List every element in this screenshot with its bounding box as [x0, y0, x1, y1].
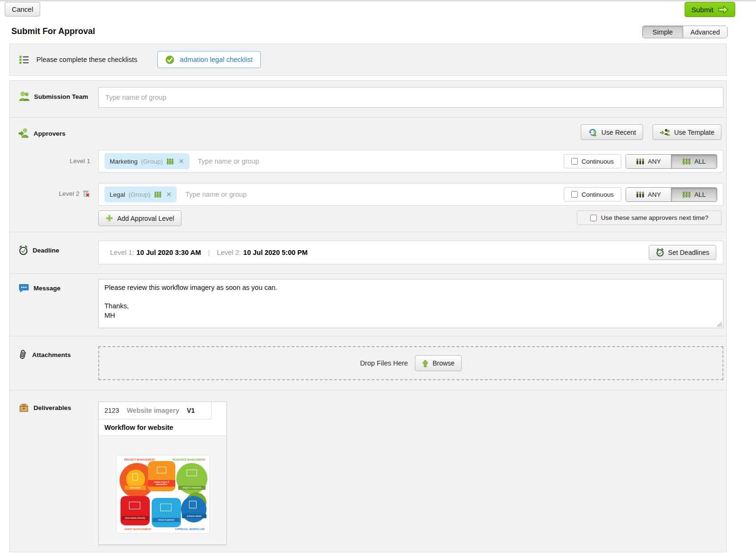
deliverables-label: Deliverables: [34, 404, 71, 411]
level-1-all-button[interactable]: ALL: [671, 155, 717, 168]
level-2-approvers-field: Legal (Group) ✕: [98, 183, 723, 206]
level-2-approver-input[interactable]: [177, 191, 563, 198]
all-label: ALL: [694, 191, 705, 198]
template-icon: [660, 128, 670, 137]
chip-remove-icon[interactable]: ✕: [179, 157, 184, 165]
tab-advanced[interactable]: Advanced: [683, 26, 727, 38]
chip-group-icon: [154, 192, 162, 198]
chat-icon: [18, 283, 29, 293]
thumb-drawer-icon: [129, 502, 140, 509]
all-people-icon: [682, 192, 691, 198]
approvers-label-group: Approvers: [18, 128, 66, 139]
thumb-label-project-management: PROJECT MANAGEMENT: [124, 458, 155, 461]
same-approvers-checkbox[interactable]: [590, 215, 597, 221]
deadline-divider: |: [208, 249, 210, 256]
deliverable-header-side-cell[interactable]: [211, 402, 226, 419]
cancel-button[interactable]: Cancel: [5, 2, 40, 17]
level-1-any-button[interactable]: ANY: [626, 155, 671, 168]
thumb-blob-red: [120, 496, 150, 525]
thumb-node-label: revise & approve: [153, 518, 180, 522]
level-2-any-button[interactable]: ANY: [626, 188, 671, 201]
submission-team-input[interactable]: [98, 87, 723, 108]
continuous-label: Continuous: [582, 158, 614, 165]
deliverables-row: Deliverables 2123 Website imagery V1 Wor…: [10, 391, 726, 552]
level-2-any-all-toggle: ANY ALL: [626, 187, 717, 202]
add-approval-level-label: Add Approval Level: [117, 215, 174, 222]
level-1-approver-input[interactable]: [189, 157, 564, 165]
tab-simple[interactable]: Simple: [643, 26, 683, 38]
approver-chip-legal[interactable]: Legal (Group) ✕: [104, 186, 177, 202]
deadline-label: Deadline: [33, 247, 59, 254]
submit-button-label: Submit: [691, 6, 713, 14]
chip-type: (Group): [141, 158, 163, 165]
upload-arrow-icon: [422, 359, 429, 367]
deadline-level-1-label: Level 1:: [110, 249, 134, 256]
chip-remove-icon[interactable]: ✕: [166, 191, 172, 198]
level-2-all-button[interactable]: ALL: [671, 188, 717, 201]
all-people-icon: [682, 158, 691, 165]
approval-form: Submission Team Approvers: [9, 80, 727, 552]
file-dropzone[interactable]: Drop Files Here Browse: [98, 346, 723, 380]
thumb-node-label: assign to resources: [178, 486, 206, 490]
legal-checklist-label: admation legal checklist: [180, 56, 253, 63]
browse-button[interactable]: Browse: [415, 355, 462, 371]
submit-for-approval-page: Cancel Submit Submit For Approval Simple…: [0, 0, 756, 558]
mode-toggle: Simple Advanced: [642, 26, 728, 38]
alarm-clock-icon: [18, 245, 28, 255]
same-approvers-option: Use these same approvers next time?: [577, 210, 722, 225]
chip-group-icon: [166, 158, 174, 165]
use-recent-button[interactable]: Use Recent: [581, 124, 643, 140]
any-people-icon: [636, 192, 644, 198]
deliverable-card[interactable]: 2123 Website imagery V1 Workflow for web…: [98, 401, 227, 545]
package-icon: [18, 403, 29, 412]
thumb-label-approval-workflow: APPROVAL WORKFLOW: [175, 528, 205, 531]
delete-level-icon[interactable]: [82, 190, 90, 198]
deliverable-header-main: 2123 Website imagery V1: [99, 402, 211, 419]
deliverable-header: 2123 Website imagery V1: [99, 402, 226, 419]
message-textarea[interactable]: Please review this workflow imagery as s…: [98, 279, 723, 328]
page-title: Submit For Approval: [11, 26, 95, 36]
attachments-label-group: Attachments: [18, 349, 71, 360]
thumb-brief-doc-icon: [132, 473, 138, 480]
level-2-label: Level 2: [14, 190, 90, 198]
paperclip-icon: [18, 349, 28, 360]
level-2-continuous: Continuous: [564, 187, 621, 201]
set-deadlines-label: Set Deadlines: [668, 249, 709, 256]
thumb-screens-icon: [160, 504, 172, 511]
level-1-any-all-toggle: ANY ALL: [626, 154, 717, 169]
thumb-blob-amber: [148, 461, 175, 491]
all-label: ALL: [694, 158, 705, 165]
level-1-approvers-field: Marketing (Group) ✕: [98, 150, 723, 173]
deadline-row: Deadline Level 1: 10 Jul 2020 3:30 AM | …: [10, 232, 726, 274]
same-approvers-label: Use these same approvers next time?: [601, 214, 708, 221]
submit-arrow-icon: [718, 5, 729, 14]
check-circle-icon: [165, 55, 174, 64]
level-2-continuous-checkbox[interactable]: [571, 191, 578, 198]
deadline-level-1-value: 10 Jul 2020 3:30 AM: [137, 249, 201, 256]
chip-name: Marketing: [110, 158, 137, 165]
thumb-node-label: store assets securely: [121, 516, 149, 520]
chip-type: (Group): [129, 191, 151, 198]
add-approval-level-button[interactable]: Add Approval Level: [98, 210, 181, 226]
submit-button[interactable]: Submit: [685, 2, 735, 17]
approver-chip-marketing[interactable]: Marketing (Group) ✕: [104, 153, 189, 169]
checklist-prompt: Please complete these checklists: [36, 56, 137, 63]
set-deadlines-button[interactable]: Set Deadlines: [649, 245, 716, 260]
thumb-people-icon: [187, 470, 197, 476]
level-1-continuous-checkbox[interactable]: [571, 158, 578, 165]
any-label: ANY: [648, 191, 661, 198]
thumb-node-label: start a brief: [124, 486, 146, 490]
continuous-label: Continuous: [582, 191, 614, 198]
checklist-icon: [19, 55, 29, 64]
browse-label: Browse: [432, 359, 455, 367]
thumb-hand-icon: [189, 501, 197, 508]
thumb-label-resource-management: RESOURCE MANAGEMENT: [172, 458, 206, 461]
submission-team-label: Submission Team: [34, 93, 88, 100]
chip-name: Legal: [110, 191, 125, 198]
use-template-button[interactable]: Use Template: [653, 124, 722, 140]
drop-files-label: Drop Files Here: [360, 359, 408, 367]
plus-icon: [105, 214, 113, 222]
deliverable-thumbnail[interactable]: PROJECT MANAGEMENT RESOURCE MANAGEMENT A…: [117, 455, 209, 533]
deliverable-version: V1: [187, 407, 195, 414]
legal-checklist-button[interactable]: admation legal checklist: [157, 51, 261, 68]
